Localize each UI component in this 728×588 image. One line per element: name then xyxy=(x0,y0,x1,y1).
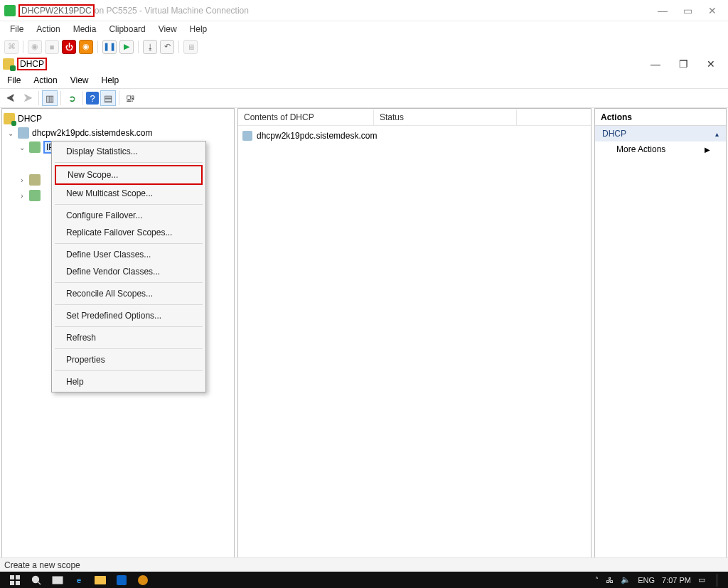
vm-menu-clipboard[interactable]: Clipboard xyxy=(109,24,145,34)
network-icon[interactable]: 🖧 xyxy=(606,576,614,584)
vm-menu-help[interactable]: Help xyxy=(190,24,208,34)
expand-icon[interactable]: › xyxy=(18,192,26,200)
taskbar-app-button[interactable] xyxy=(111,572,132,588)
svg-rect-3 xyxy=(16,581,20,585)
ctx-reconcile-all-scopes[interactable]: Reconcile All Scopes... xyxy=(52,285,205,302)
ctx-display-statistics[interactable]: Display Statistics... xyxy=(52,143,205,160)
collapse-icon[interactable]: ⌄ xyxy=(18,144,26,151)
help-icon[interactable]: ? xyxy=(86,92,99,105)
show-desktop-button[interactable] xyxy=(717,574,724,587)
back-icon[interactable]: ⮜ xyxy=(3,90,18,106)
vm-menu-media[interactable]: Media xyxy=(73,24,97,34)
stop-disabled-button: ■ xyxy=(45,40,59,54)
maximize-icon[interactable]: ▭ xyxy=(683,5,692,16)
toolbar-sep xyxy=(119,91,119,105)
forward-icon[interactable]: ⮞ xyxy=(20,90,36,106)
system-tray: ˄ 🖧 🔈 ENG 7:07 PM ▭ xyxy=(595,574,724,587)
ctx-sep xyxy=(55,326,203,327)
minimize-icon[interactable]: — xyxy=(658,5,668,16)
menu-file[interactable]: File xyxy=(7,75,21,85)
start-button[interactable]: ▶ xyxy=(119,40,134,54)
dhcp-window-controls: — ❐ ✕ xyxy=(651,58,725,70)
vm-menu-view[interactable]: View xyxy=(159,24,177,34)
ctx-refresh[interactable]: Refresh xyxy=(52,329,205,346)
show-hide-tree-icon[interactable]: ▥ xyxy=(42,90,58,106)
vm-menubar: File Action Media Clipboard View Help xyxy=(0,21,728,37)
submenu-arrow-icon: ▶ xyxy=(705,146,710,154)
content-col-status[interactable]: Status xyxy=(374,112,516,122)
sound-icon[interactable]: 🔈 xyxy=(621,575,631,584)
taskbar-app-button-2[interactable] xyxy=(132,572,154,588)
toolbar-sep xyxy=(60,91,61,105)
save-button[interactable]: ◉ xyxy=(79,40,93,54)
ctx-configure-failover[interactable]: Configure Failover... xyxy=(52,207,205,224)
shutdown-button[interactable]: ⏻ xyxy=(62,40,76,54)
vm-menu-file[interactable]: File xyxy=(10,24,23,34)
ie-button[interactable]: e xyxy=(68,572,90,588)
tray-lang[interactable]: ENG xyxy=(638,576,655,584)
start-button[interactable] xyxy=(4,572,26,588)
menu-view[interactable]: View xyxy=(70,75,89,85)
ctx-new-scope[interactable]: New Scope... xyxy=(56,166,201,183)
vm-menu-action[interactable]: Action xyxy=(36,24,60,34)
content-col-contents[interactable]: Contents of DHCP xyxy=(238,112,373,122)
action-label: More Actions xyxy=(616,144,665,154)
content-header: Contents of DHCP Status xyxy=(238,109,591,126)
ctx-sep xyxy=(55,204,203,205)
ctx-sep xyxy=(55,243,203,244)
ie-icon: e xyxy=(77,576,81,584)
restore-icon[interactable]: ❐ xyxy=(679,58,688,70)
vm-icon xyxy=(4,5,16,16)
expand-icon[interactable]: › xyxy=(18,176,26,184)
action-more-actions[interactable]: More Actions ▶ xyxy=(595,141,726,157)
server-icon[interactable]: 🖳 xyxy=(122,90,138,106)
col-sep xyxy=(516,109,517,125)
toolbar-sep xyxy=(97,41,98,53)
ctx-define-vendor-classes[interactable]: Define Vendor Classes... xyxy=(52,263,205,280)
actions-section-dhcp[interactable]: DHCP ▴ xyxy=(595,126,726,141)
dhcp-toolbar: ⮜ ⮞ ▥ ➲ ? ▤ 🖳 xyxy=(0,88,728,108)
collapse-icon[interactable]: ⌄ xyxy=(6,129,15,137)
notifications-icon[interactable]: ▭ xyxy=(698,575,705,584)
tree-server-row[interactable]: ⌄ dhcpw2k19pdc.sistemdesk.com xyxy=(4,126,232,140)
content-body: dhcpw2k19pdc.sistemdesk.com xyxy=(238,126,591,146)
task-view-icon xyxy=(52,576,63,584)
menu-action[interactable]: Action xyxy=(33,75,57,85)
svg-rect-7 xyxy=(55,578,60,582)
ctx-properties[interactable]: Properties xyxy=(52,351,205,368)
checkpoint-button[interactable]: ⭳ xyxy=(143,40,157,54)
server-icon xyxy=(18,127,29,139)
ctx-replicate-failover[interactable]: Replicate Failover Scopes... xyxy=(52,224,205,241)
ipv4-icon xyxy=(29,141,41,153)
menu-help[interactable]: Help xyxy=(102,75,119,85)
svg-rect-2 xyxy=(10,581,14,585)
tree-root-dhcp[interactable]: DHCP xyxy=(4,112,232,126)
tray-time[interactable]: 7:07 PM xyxy=(662,576,691,584)
context-menu: Display Statistics... New Scope... New M… xyxy=(51,141,206,392)
ctx-define-user-classes[interactable]: Define User Classes... xyxy=(52,246,205,263)
ipv6-icon xyxy=(29,190,41,201)
folder-icon xyxy=(29,174,41,186)
list-item[interactable]: dhcpw2k19pdc.sistemdesk.com xyxy=(242,129,587,143)
tray-overflow-icon[interactable]: ˄ xyxy=(595,576,599,584)
ctx-set-predefined-options[interactable]: Set Predefined Options... xyxy=(52,307,205,324)
ctx-help[interactable]: Help xyxy=(52,373,205,390)
revert-button[interactable]: ↶ xyxy=(160,40,174,54)
vm-toolbar: ⌘ ◉ ■ ⏻ ◉ ❚❚ ▶ ⭳ ↶ 🖥 xyxy=(0,37,728,57)
minimize-icon[interactable]: — xyxy=(651,58,660,70)
content-pane: Contents of DHCP Status dhcpw2k19pdc.sis… xyxy=(237,108,592,570)
ctx-new-multicast-scope[interactable]: New Multicast Scope... xyxy=(52,185,205,202)
enhanced-session-button[interactable]: 🖥 xyxy=(183,40,198,54)
status-text: Create a new scope xyxy=(4,560,80,570)
dhcp-menubar: File Action View Help xyxy=(0,73,728,88)
task-view-button[interactable] xyxy=(47,572,68,588)
close-icon[interactable]: ✕ xyxy=(708,5,717,16)
close-icon[interactable]: ✕ xyxy=(707,58,715,70)
toolbar-sep xyxy=(38,91,39,105)
ctrl-alt-del-button[interactable]: ⌘ xyxy=(4,40,18,54)
show-hide-actions-icon[interactable]: ▤ xyxy=(100,90,116,106)
search-button[interactable] xyxy=(26,572,47,588)
export-icon[interactable]: ➲ xyxy=(64,90,80,106)
file-explorer-button[interactable] xyxy=(90,572,111,588)
pause-button[interactable]: ❚❚ xyxy=(102,40,117,54)
